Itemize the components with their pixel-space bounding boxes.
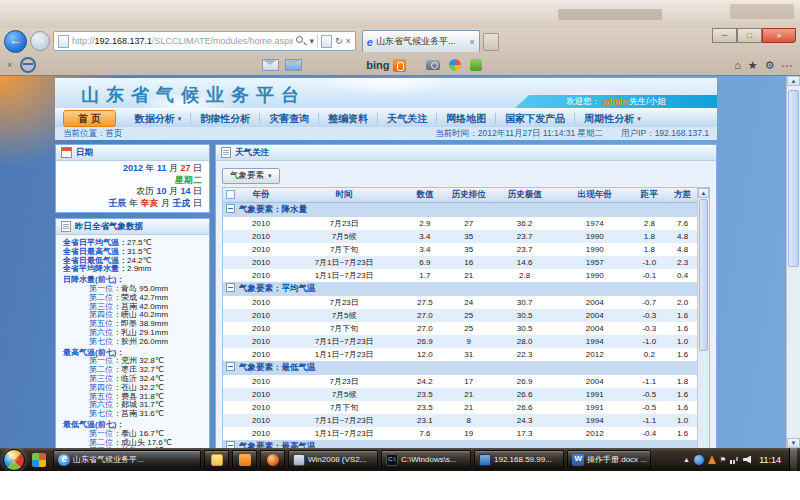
nav-item[interactable]: 网络地图 — [437, 113, 496, 124]
camera-icon[interactable] — [426, 60, 440, 70]
volume-icon[interactable] — [743, 456, 751, 464]
window-controls: ─ □ × — [712, 28, 796, 43]
table-cell: 24 — [446, 296, 491, 309]
tray-app-icon[interactable] — [694, 455, 704, 465]
table-scrollbar-thumb[interactable] — [699, 199, 708, 351]
group-cell: 气象要素：降水量 — [223, 203, 698, 218]
tray-flag-icon[interactable]: ⚑ — [720, 456, 726, 464]
nav-item[interactable]: 数据分析▾ — [126, 113, 192, 124]
taskbar-button-cmd[interactable]: C:\Windows\s... — [381, 450, 471, 469]
collapse-icon[interactable] — [226, 283, 235, 292]
table-group-row[interactable]: 气象要素：平均气温 — [223, 282, 698, 296]
close-button[interactable]: × — [762, 28, 796, 43]
nav-item-label: 韵律性分析 — [200, 113, 250, 124]
table-cell: -0.3 — [632, 309, 668, 322]
collapse-icon[interactable] — [226, 362, 235, 371]
rank-value: 荣成 42.7mm — [121, 293, 168, 302]
mail-blue-icon[interactable] — [285, 59, 302, 71]
network-icon[interactable] — [730, 455, 739, 464]
table-group-row[interactable]: 气象要素：最低气温 — [223, 361, 698, 375]
taskbar-button-folder[interactable] — [204, 450, 229, 469]
page-scroll-down-icon[interactable]: ▼ — [787, 438, 800, 448]
tray-show-hidden-icon[interactable]: ▲ — [683, 456, 690, 463]
new-tab-button[interactable] — [483, 33, 499, 51]
row-indent-cell — [223, 269, 237, 282]
table-group-row[interactable]: 气象要素：最高气温 — [223, 440, 698, 448]
taskbar-button-remote[interactable]: 192.168.59.99... — [474, 450, 564, 469]
chevron-down-icon[interactable]: ▾ — [309, 36, 314, 46]
quick-launch-icon[interactable] — [32, 453, 46, 467]
taskbar-button-vm[interactable]: Win2008 (VS2... — [288, 450, 378, 469]
bing-search-icon[interactable] — [393, 59, 406, 72]
refresh-icon[interactable]: ↻ — [335, 36, 343, 46]
table-cell: 1.7 — [404, 269, 447, 282]
page-favicon — [58, 35, 69, 48]
calendar-text: 27 — [180, 163, 190, 173]
page-scrollbar-thumb[interactable] — [788, 90, 799, 267]
stop-icon[interactable]: × — [346, 36, 351, 46]
table-cell: 2004 — [558, 309, 632, 322]
content-columns: 日期 2012 年 11 月 27 日星期二农历 10 月 14 日壬辰 年 辛… — [55, 144, 717, 448]
checkbox-icon[interactable] — [226, 190, 235, 199]
background-window-titlebar — [0, 0, 800, 28]
addon-logo-icon[interactable] — [20, 57, 36, 73]
nav-item[interactable]: 韵律性分析 — [191, 113, 260, 124]
collapse-icon[interactable] — [226, 441, 235, 448]
table-cell: 27 — [446, 217, 491, 230]
taskbar-clock[interactable]: 11:14 — [759, 455, 781, 465]
address-bar[interactable]: http://192.168.137.1/SLCCLIMATE/modules/… — [53, 31, 356, 51]
tray-flame-icon[interactable] — [708, 455, 716, 464]
nav-item[interactable]: 周期性分析▾ — [575, 113, 650, 124]
browser-forward-button[interactable]: → — [30, 31, 50, 51]
collapse-icon[interactable] — [226, 204, 235, 213]
bing-toolbar-group: bing — [366, 59, 406, 72]
page-scrollbar[interactable]: ▲ ▼ — [786, 76, 800, 448]
table-cell: 2010 — [237, 243, 285, 256]
rank-value: 胶州 26.0mm — [121, 337, 168, 346]
search-icon[interactable] — [296, 36, 306, 46]
compatibility-icon[interactable] — [321, 35, 332, 48]
maximize-button[interactable]: □ — [737, 28, 762, 43]
table-cell: 36.2 — [491, 217, 558, 230]
elements-filter-button[interactable]: 气象要素 ▾ — [222, 168, 280, 184]
table-cell: 30.5 — [491, 322, 558, 335]
minimize-button[interactable]: ─ — [712, 28, 737, 43]
taskbar: 山东省气候业务平...Win2008 (VS2...C:\Windows\s..… — [0, 448, 800, 471]
nav-item[interactable]: 天气关注 — [378, 113, 437, 124]
table-group-row[interactable]: 气象要素：降水量 — [223, 203, 698, 218]
taskbar-button-ie[interactable]: 山东省气候业务平... — [53, 450, 201, 469]
scroll-up-icon[interactable]: ▲ — [698, 188, 709, 198]
favorites-star-icon[interactable]: ★ — [748, 59, 758, 72]
rank-label: 第五位： — [89, 319, 121, 328]
weather-focus-title: 天气关注 — [235, 147, 269, 159]
table-scrollbar[interactable]: ▲ ▼ — [697, 188, 709, 448]
tools-gear-icon[interactable]: ⚙ — [765, 59, 775, 72]
nav-item[interactable]: 灾害查询 — [260, 113, 319, 124]
taskbar-button-media[interactable] — [260, 450, 285, 469]
show-desktop-button[interactable] — [789, 448, 797, 471]
table-cell: 2.9 — [404, 217, 447, 230]
url-text[interactable]: http://192.168.137.1/SLCCLIMATE/modules/… — [72, 36, 293, 46]
mail-icon[interactable] — [262, 59, 279, 71]
nav-item[interactable]: 整编资料 — [319, 113, 378, 124]
start-button[interactable] — [3, 449, 25, 471]
browser-back-button[interactable]: ← — [4, 30, 27, 53]
home-icon[interactable]: ⌂ — [734, 59, 741, 71]
tab-close-icon[interactable]: × — [470, 37, 475, 47]
table-cell: 1.6 — [667, 348, 698, 361]
bing-logo[interactable]: bing — [366, 59, 389, 71]
palette-icon[interactable] — [449, 59, 461, 71]
taskbar-button-word[interactable]: 操作手册.docx ... — [567, 450, 651, 469]
taskbar-buttons: 山东省气候业务平...Win2008 (VS2...C:\Windows\s..… — [53, 450, 651, 469]
page-scroll-up-icon[interactable]: ▲ — [787, 76, 800, 86]
stat-label: 全省日平均气温： — [63, 238, 127, 247]
nav-item[interactable]: 国家下发产品 — [496, 113, 575, 124]
calendar-text: 日 — [190, 163, 202, 173]
browser-tab[interactable]: e 山东省气候业务平... × — [362, 30, 480, 52]
toolbar-close-icon[interactable]: × — [7, 60, 12, 70]
more-options-icon[interactable]: ••• — [782, 61, 793, 70]
taskbar-button-app[interactable] — [232, 450, 257, 469]
nav-item[interactable]: 首 页 — [63, 110, 116, 127]
addon-icon[interactable] — [470, 59, 482, 71]
table-cell: 1991 — [558, 401, 632, 414]
